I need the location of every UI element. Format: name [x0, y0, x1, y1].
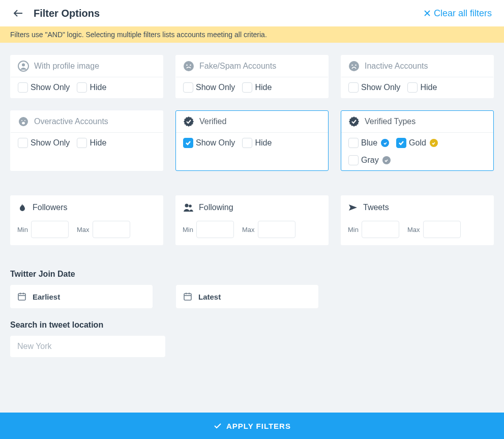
- checkbox-gold[interactable]: Gold: [396, 138, 438, 148]
- checkbox-hide[interactable]: Hide: [77, 138, 106, 148]
- checkbox-show-only[interactable]: Show Only: [183, 82, 235, 93]
- blue-verified-icon: [381, 139, 389, 147]
- metric-title: Followers: [33, 203, 67, 212]
- checkbox-gray[interactable]: Gray: [348, 155, 391, 165]
- card-body: Show Only Hide: [176, 133, 328, 153]
- svg-rect-17: [18, 294, 25, 300]
- card-followers: Followers Min Max: [10, 195, 163, 245]
- svg-point-14: [22, 122, 25, 125]
- card-title: Verified: [199, 117, 226, 126]
- card-head: Inactive Accounts: [341, 55, 493, 77]
- latest-date-picker[interactable]: Latest: [176, 285, 318, 308]
- gray-verified-icon: [382, 156, 391, 164]
- svg-rect-21: [184, 294, 191, 300]
- calendar-icon: [17, 292, 26, 301]
- location-search-input[interactable]: [10, 336, 165, 357]
- card-title: Verified Types: [365, 117, 416, 126]
- card-head: With profile image: [11, 55, 163, 77]
- checkbox-show-only[interactable]: Show Only: [18, 138, 70, 148]
- sad-face-icon: [348, 61, 360, 72]
- metric-title: Following: [199, 203, 233, 212]
- svg-point-8: [349, 61, 359, 71]
- svg-point-10: [355, 65, 357, 66]
- verified-badge-icon: [348, 116, 360, 127]
- checkbox-show-only[interactable]: Show Only: [18, 82, 70, 93]
- tweets-max-input[interactable]: [423, 221, 461, 238]
- card-body: Show Only Hide: [11, 133, 163, 153]
- svg-point-12: [21, 120, 22, 121]
- clear-filters-button[interactable]: Clear all filters: [424, 8, 492, 19]
- svg-point-7: [190, 65, 191, 66]
- svg-point-6: [186, 65, 188, 66]
- checkbox-show-only[interactable]: Show Only: [348, 82, 400, 93]
- card-following: Following Min Max: [175, 195, 329, 245]
- card-body: Show Only Hide: [341, 77, 493, 98]
- header: Filter Options Clear all filters: [0, 0, 504, 26]
- header-left: Filter Options: [12, 7, 100, 19]
- join-date-grid: Earliest Latest: [0, 285, 504, 308]
- card-body: Blue Gold Gray: [341, 133, 493, 170]
- card-overactive: Overactive Accounts Show Only Hide: [10, 110, 163, 171]
- loud-face-icon: [18, 116, 29, 127]
- svg-point-9: [351, 65, 353, 66]
- card-profile-image: With profile image Show Only Hide: [10, 55, 163, 98]
- users-icon: [183, 202, 194, 213]
- card-title: With profile image: [34, 62, 99, 71]
- svg-point-15: [185, 204, 189, 208]
- send-icon: [348, 202, 358, 213]
- back-arrow-icon[interactable]: [12, 7, 24, 19]
- svg-point-5: [184, 61, 194, 71]
- tweets-min-input[interactable]: [362, 221, 399, 238]
- svg-point-4: [22, 64, 25, 67]
- card-verified-types: Verified Types Blue Gold Gray: [341, 110, 494, 171]
- metric-title: Tweets: [363, 203, 389, 212]
- svg-point-11: [19, 117, 28, 126]
- svg-point-13: [24, 120, 25, 121]
- checkbox-hide[interactable]: Hide: [242, 138, 272, 148]
- join-date-section-title: Twitter Join Date: [0, 257, 504, 285]
- card-title: Inactive Accounts: [365, 62, 428, 71]
- card-body: Show Only Hide: [11, 77, 163, 98]
- svg-point-16: [189, 204, 192, 208]
- location-section-title: Search in tweet location: [0, 308, 504, 336]
- clear-filters-label: Clear all filters: [434, 8, 492, 19]
- checkbox-hide[interactable]: Hide: [77, 82, 106, 93]
- following-min-input[interactable]: [196, 221, 234, 238]
- metric-cards-grid: Followers Min Max Following Min Max Twee…: [0, 183, 504, 257]
- earliest-label: Earliest: [33, 292, 60, 301]
- frown-face-icon: [183, 61, 194, 72]
- earliest-date-picker[interactable]: Earliest: [10, 285, 153, 308]
- gold-verified-icon: [430, 139, 438, 147]
- page-title: Filter Options: [34, 8, 100, 19]
- filter-cards-grid: With profile image Show Only Hide Fake/S…: [0, 43, 504, 183]
- card-title: Overactive Accounts: [34, 117, 108, 126]
- card-fake-spam: Fake/Spam Accounts Show Only Hide: [175, 55, 329, 98]
- fire-icon: [17, 202, 27, 213]
- latest-label: Latest: [198, 292, 221, 301]
- card-head: Fake/Spam Accounts: [176, 55, 328, 77]
- card-tweets: Tweets Min Max: [341, 195, 494, 245]
- card-head: Overactive Accounts: [11, 111, 163, 133]
- followers-max-input[interactable]: [93, 221, 130, 238]
- card-head: Verified: [176, 111, 328, 133]
- checkbox-hide[interactable]: Hide: [242, 82, 272, 93]
- notice-bar: Filters use "AND" logic. Selecting multi…: [0, 26, 504, 43]
- card-verified: Verified Show Only Hide: [175, 110, 329, 171]
- checkbox-blue[interactable]: Blue: [348, 138, 389, 148]
- checkbox-show-only[interactable]: Show Only: [183, 138, 235, 148]
- card-title: Fake/Spam Accounts: [199, 62, 276, 71]
- checkbox-hide[interactable]: Hide: [407, 82, 437, 93]
- person-circle-icon: [18, 61, 29, 72]
- card-head: Verified Types: [341, 111, 493, 133]
- verified-badge-icon: [183, 116, 194, 127]
- calendar-icon: [183, 292, 192, 301]
- card-inactive: Inactive Accounts Show Only Hide: [341, 55, 494, 98]
- card-body: Show Only Hide: [176, 77, 328, 98]
- following-max-input[interactable]: [258, 221, 295, 238]
- followers-min-input[interactable]: [31, 221, 69, 238]
